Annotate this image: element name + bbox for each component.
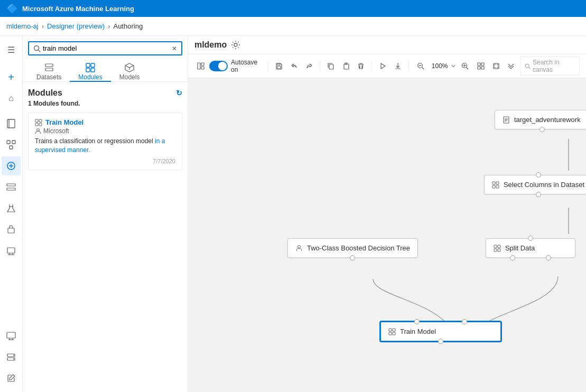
deploy-button[interactable] [392, 59, 404, 73]
canvas-search[interactable]: Search in canvas [520, 57, 580, 76]
svg-point-22 [34, 45, 39, 50]
datasets-sidebar-icon[interactable] [2, 178, 21, 197]
svg-rect-68 [498, 245, 500, 248]
notebook-icon[interactable] [2, 114, 21, 133]
svg-rect-3 [12, 141, 15, 144]
svg-rect-70 [498, 249, 500, 251]
node-select-columns-in[interactable] [536, 172, 541, 178]
svg-rect-56 [494, 63, 499, 69]
storage-icon[interactable] [2, 348, 21, 367]
delete-button[interactable] [355, 59, 367, 73]
data-pipeline-icon[interactable] [2, 135, 21, 154]
svg-rect-14 [7, 332, 15, 338]
node-target-adventurework-out[interactable] [540, 127, 545, 132]
tab-models[interactable]: Models [111, 60, 148, 82]
node-select-columns-out[interactable] [536, 192, 541, 197]
toggle-track[interactable] [209, 61, 228, 71]
node-target-adventurework[interactable]: target_adventurework [495, 110, 586, 129]
tab-datasets-label: Datasets [36, 73, 61, 81]
models-sidebar-icon[interactable] [2, 220, 21, 239]
experiments-icon[interactable] [2, 199, 21, 218]
canvas[interactable]: target_adventurework Select Columns in D… [188, 78, 586, 392]
layout-button[interactable] [194, 59, 207, 73]
svg-rect-2 [7, 141, 10, 144]
svg-rect-63 [492, 182, 495, 184]
node-two-class-boosted[interactable]: Two-Class Boosted Decision Tree [287, 238, 418, 258]
tab-modules-label: Modules [78, 73, 102, 81]
node-train-in-left[interactable] [414, 319, 420, 324]
svg-point-21 [13, 359, 14, 360]
menu-icon[interactable]: ☰ [2, 40, 21, 59]
toggle-thumb [218, 62, 227, 70]
node-train-model[interactable]: Train Model [380, 321, 501, 342]
search-area: ✕ [23, 36, 188, 60]
node-target-adventurework-label: target_adventurework [514, 116, 581, 124]
more-tools-button[interactable] [505, 59, 517, 73]
svg-rect-30 [35, 119, 38, 122]
node-train-out[interactable] [438, 339, 443, 344]
svg-rect-25 [45, 68, 53, 71]
org-icon [35, 128, 41, 134]
edit-docs-icon[interactable] [2, 369, 21, 388]
svg-point-71 [297, 245, 300, 248]
monitor-icon[interactable] [2, 326, 21, 346]
search-input[interactable] [43, 44, 170, 52]
node-train-in-right[interactable] [462, 319, 467, 324]
svg-rect-33 [39, 123, 42, 126]
svg-rect-54 [478, 67, 480, 69]
module-card-icon [35, 119, 42, 126]
designer-icon[interactable] [2, 156, 21, 175]
svg-rect-41 [329, 64, 333, 69]
undo-button[interactable] [287, 59, 300, 73]
node-split-data-out-right[interactable] [546, 255, 551, 260]
node-two-class-out[interactable] [350, 255, 355, 260]
toolbar: Autosave on [188, 54, 586, 78]
svg-line-46 [422, 68, 424, 70]
autosave-toggle[interactable]: Autosave on [209, 59, 262, 73]
zoom-in-button[interactable] [458, 59, 472, 73]
module-name: Train Model [35, 118, 175, 126]
modules-tab-icon [86, 63, 95, 72]
svg-rect-66 [496, 185, 499, 188]
module-org: Microsoft [35, 127, 175, 135]
svg-rect-73 [393, 329, 395, 331]
run-button[interactable] [376, 59, 389, 73]
node-select-columns-label: Select Columns in Dataset [504, 181, 584, 189]
redo-button[interactable] [303, 59, 315, 73]
zoom-dropdown-icon[interactable] [451, 64, 455, 68]
svg-rect-75 [393, 332, 395, 335]
pipeline-settings-icon[interactable] [231, 40, 240, 50]
node-split-data[interactable]: Split Data [486, 238, 575, 258]
copy-button[interactable] [324, 59, 337, 73]
zoom-to-fit-button[interactable] [490, 59, 503, 73]
breadcrumb-mldemo[interactable]: mldemo-aj [6, 22, 39, 30]
refresh-button[interactable]: ↻ [176, 89, 182, 97]
breadcrumb-authoring: Authoring [113, 22, 143, 30]
toolbar-sep-4 [408, 61, 409, 71]
home-icon[interactable]: ⌂ [2, 89, 21, 108]
svg-point-35 [234, 43, 237, 46]
svg-rect-55 [481, 67, 484, 69]
search-icon [33, 45, 41, 52]
autosave-label: Autosave on [231, 59, 262, 73]
node-split-data-in[interactable] [528, 236, 533, 241]
compute-icon[interactable] [2, 241, 21, 260]
node-select-columns[interactable]: Select Columns in Dataset [484, 175, 586, 194]
tab-datasets[interactable]: Datasets [28, 60, 70, 82]
breadcrumb-designer[interactable]: Designer (preview) [47, 22, 105, 30]
result-count: 1 Modules found. [28, 100, 182, 107]
zoom-control[interactable]: 100% [413, 59, 472, 73]
paste-button[interactable] [340, 59, 352, 73]
svg-rect-69 [494, 249, 497, 251]
save-button[interactable] [273, 59, 285, 73]
fit-view-button[interactable] [475, 59, 487, 73]
tab-modules[interactable]: Modules [70, 60, 110, 82]
svg-rect-39 [277, 66, 281, 69]
clear-search-button[interactable]: ✕ [172, 45, 177, 52]
add-icon[interactable]: + [2, 68, 21, 87]
zoom-out-button[interactable] [413, 59, 428, 73]
left-panel: ✕ Datasets Modules [23, 36, 188, 392]
module-card-train-model[interactable]: Train Model Microsoft Trains a classific… [28, 113, 182, 170]
node-split-data-out-left[interactable] [510, 255, 515, 260]
search-box: ✕ [28, 41, 182, 55]
